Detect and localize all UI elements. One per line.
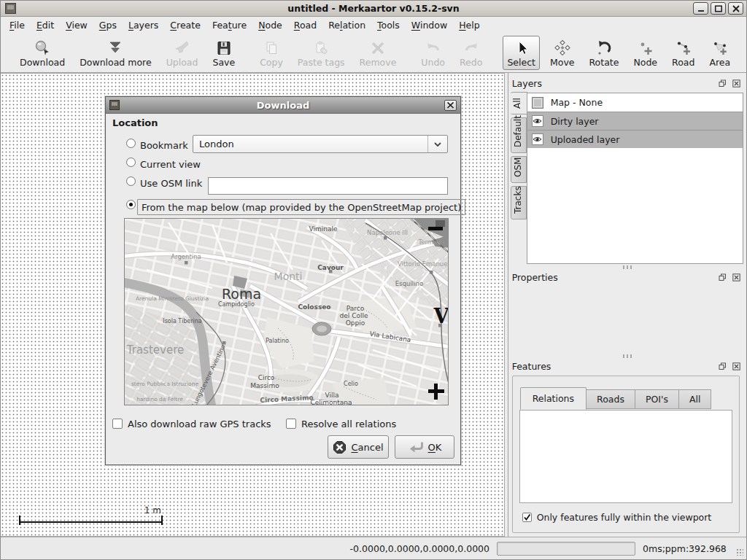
map-label: Villa xyxy=(325,392,339,399)
map-label: Massimo xyxy=(250,382,279,389)
layer-row-dirty[interactable]: Dirty layer xyxy=(527,112,743,130)
ok-label: OK xyxy=(428,442,442,453)
layers-tab-osm[interactable]: OSM xyxy=(511,156,527,183)
copy-icon xyxy=(262,39,281,58)
redo-button[interactable]: Redo xyxy=(455,36,487,70)
area-icon xyxy=(711,39,729,58)
menu-create[interactable]: Create xyxy=(164,18,206,33)
features-tab-relations[interactable]: Relations xyxy=(520,387,587,410)
minimize-button[interactable] xyxy=(693,2,708,15)
map-label: Esquilino xyxy=(395,280,423,287)
move-icon xyxy=(553,39,572,58)
map-label: Circo xyxy=(258,374,275,381)
eye-icon[interactable] xyxy=(532,115,543,127)
map-canvas[interactable]: 1 m Download Location Bookmark xyxy=(1,73,505,537)
progress-field xyxy=(497,542,635,556)
menu-feature[interactable]: Feature xyxy=(206,18,252,33)
map-label: V xyxy=(434,305,449,327)
plus-icon[interactable] xyxy=(428,384,444,400)
render-metrics: 0ms;ppm:392.968 xyxy=(643,543,727,554)
menu-edit[interactable]: Edit xyxy=(31,18,60,33)
dialog-titlebar[interactable]: Download xyxy=(106,97,460,114)
minimize-icon xyxy=(697,5,705,12)
menu-gps[interactable]: Gps xyxy=(93,18,123,33)
download-button[interactable]: Download xyxy=(15,36,69,70)
download-icon xyxy=(33,39,52,58)
close-panel-icon[interactable] xyxy=(732,273,741,282)
menu-help[interactable]: Help xyxy=(453,18,486,33)
rotate-tool-button[interactable]: Rotate xyxy=(584,36,623,70)
close-panel-icon[interactable] xyxy=(732,362,741,371)
save-button[interactable]: Save xyxy=(208,36,239,70)
layers-tab-tracks[interactable]: Tracks xyxy=(511,186,527,219)
menu-node[interactable]: Node xyxy=(252,18,288,33)
map-label: Roma xyxy=(222,286,261,302)
cancel-button[interactable]: Cancel xyxy=(328,435,389,459)
menu-view[interactable]: View xyxy=(60,18,93,33)
enter-arrow-icon xyxy=(408,441,424,454)
maximize-button[interactable] xyxy=(711,2,726,15)
close-button[interactable] xyxy=(728,2,743,15)
area-tool-button[interactable]: Area xyxy=(705,36,735,70)
panel-resize-grip[interactable] xyxy=(623,265,632,269)
bookmark-radio[interactable] xyxy=(126,139,136,148)
undo-button[interactable]: Undo xyxy=(417,36,449,70)
close-panel-icon[interactable] xyxy=(732,79,741,88)
check-icon xyxy=(523,513,531,521)
float-panel-icon[interactable] xyxy=(718,273,727,282)
features-tab-roads[interactable]: Roads xyxy=(587,389,635,409)
features-list[interactable] xyxy=(519,410,732,503)
features-frame: Relations Roads POI's All Only features … xyxy=(512,376,740,533)
layers-tab-default[interactable]: Default xyxy=(511,117,527,153)
resize-grip[interactable] xyxy=(736,548,743,556)
paste-tags-button[interactable]: Paste tags xyxy=(293,36,349,70)
layer-row-uploaded[interactable]: Uploaded layer xyxy=(527,130,743,148)
ok-button[interactable]: OK xyxy=(395,435,454,459)
download-more-button[interactable]: Download more xyxy=(75,36,156,70)
upload-button[interactable]: Upload xyxy=(162,36,203,70)
gps-tracks-checkbox[interactable] xyxy=(112,419,123,429)
features-tab-pois[interactable]: POI's xyxy=(635,389,679,409)
osm-link-input[interactable] xyxy=(208,177,448,195)
node-tool-button[interactable]: Node xyxy=(629,36,662,70)
paste-tags-icon xyxy=(311,39,330,58)
copy-button[interactable]: Copy xyxy=(255,36,287,70)
upload-icon xyxy=(173,39,192,58)
current-view-radio[interactable] xyxy=(126,158,136,167)
layer-swatch-icon[interactable] xyxy=(532,97,543,109)
toolbar: Download Download more Upload Save xyxy=(1,33,746,73)
layer-row-map-none[interactable]: Map - None xyxy=(527,93,743,112)
menu-road[interactable]: Road xyxy=(288,18,322,33)
bookmark-combobox[interactable]: London xyxy=(193,135,448,153)
scale-label: 1 m xyxy=(144,505,161,516)
move-tool-button[interactable]: Move xyxy=(546,36,579,70)
select-tool-button[interactable]: Select xyxy=(503,36,540,70)
viewport-only-checkbox[interactable] xyxy=(522,513,532,522)
main-window: untitled - Merkaartor v0.15.2-svn File E… xyxy=(0,0,747,560)
bookmark-combobox-value: London xyxy=(193,139,427,149)
menu-layers[interactable]: Layers xyxy=(123,18,164,33)
panel-resize-grip[interactable] xyxy=(623,354,632,358)
resolve-relations-checkbox[interactable] xyxy=(286,419,296,429)
layers-tab-all[interactable]: All xyxy=(511,92,527,114)
statusbar: -0.0000,0.0000,0.0000,0.0000 0ms;ppm:392… xyxy=(1,537,746,559)
map-label: Trastevere xyxy=(127,343,184,357)
menu-file[interactable]: File xyxy=(4,18,31,33)
features-tab-all[interactable]: All xyxy=(679,389,712,409)
eye-icon[interactable] xyxy=(532,133,543,145)
float-panel-icon[interactable] xyxy=(718,362,727,371)
map-label: Cavour xyxy=(317,264,344,271)
osm-link-radio[interactable] xyxy=(126,176,136,186)
remove-button[interactable]: Remove xyxy=(355,36,401,70)
menu-tools[interactable]: Tools xyxy=(371,18,406,33)
dialog-close-button[interactable] xyxy=(444,100,457,111)
from-map-radio[interactable] xyxy=(126,200,136,209)
minus-icon[interactable] xyxy=(428,227,443,230)
layer-label: Dirty layer xyxy=(551,116,599,127)
float-panel-icon[interactable] xyxy=(718,79,727,88)
road-tool-button[interactable]: Road xyxy=(667,36,699,70)
titlebar: untitled - Merkaartor v0.15.2-svn xyxy=(1,1,746,17)
menu-window[interactable]: Window xyxy=(406,18,453,33)
menu-relation[interactable]: Relation xyxy=(322,18,371,33)
map-preview[interactable]: ViminaleNapoleone IIITermini - LaArgenti… xyxy=(124,218,449,405)
